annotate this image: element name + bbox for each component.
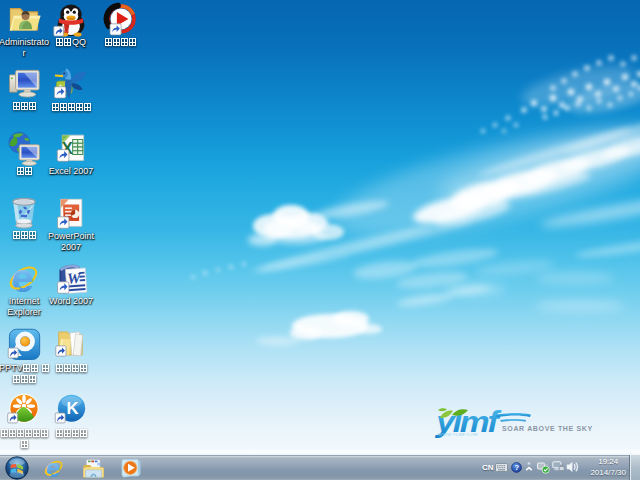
svg-text:WWW.YLMF.COM: WWW.YLMF.COM [438,432,478,437]
svg-text:K: K [66,399,78,418]
svg-text:e: e [46,458,60,479]
svg-text:SOAR ABOVE THE SKY: SOAR ABOVE THE SKY [502,425,593,432]
svg-text:e: e [12,262,34,295]
svg-text:?: ? [514,463,519,472]
